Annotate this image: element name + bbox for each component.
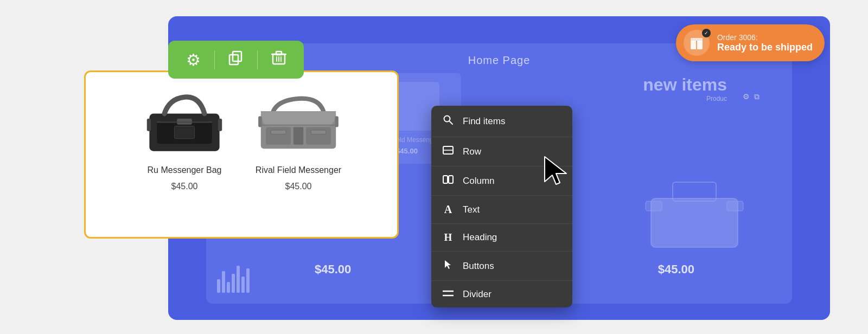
svg-rect-18	[258, 116, 261, 127]
divider-icon	[442, 288, 454, 300]
blue-price-2: $45.00	[658, 262, 694, 277]
svg-rect-33	[449, 176, 453, 183]
row-icon	[442, 145, 454, 158]
new-items-text: new items	[643, 75, 727, 95]
find-items-label: Find items	[463, 116, 505, 127]
blue-copy-icon: ⧉	[754, 92, 760, 101]
svg-rect-19	[335, 116, 338, 127]
product-card-items: Ru Messenger Bag $45.00	[102, 88, 381, 191]
search-icon	[442, 114, 454, 128]
product-item-1: Ru Messenger Bag $45.00	[141, 88, 228, 191]
order-badge-icon: ✓	[684, 30, 710, 56]
svg-rect-0	[651, 198, 738, 247]
toolbar-divider-1	[214, 50, 215, 69]
svg-rect-21	[229, 55, 238, 65]
stats-bars	[217, 266, 250, 293]
dropdown-item-buttons[interactable]: Buttons	[431, 252, 572, 281]
svg-rect-16	[311, 130, 326, 134]
order-check-icon: ✓	[702, 29, 711, 37]
product-image-2	[255, 88, 342, 159]
text-a-icon: A	[442, 203, 454, 216]
dropdown-menu: Find items Row Column A Text H Heading	[431, 106, 572, 307]
order-badge: ✓ Order 3006: Ready to be shipped	[676, 24, 825, 61]
blue-price-1: $45.00	[315, 262, 351, 277]
gear-icon[interactable]: ⚙	[186, 50, 201, 69]
heading-label: Heading	[463, 232, 497, 243]
dropdown-item-divider[interactable]: Divider	[431, 281, 572, 307]
product-item-2: Rival Field Messenger $45.00	[255, 88, 342, 191]
product-card-panel: Ru Messenger Bag $45.00	[84, 70, 399, 239]
home-page-label: Home Page	[468, 54, 531, 67]
svg-rect-14	[293, 127, 303, 144]
svg-rect-8	[218, 119, 222, 131]
dropdown-item-text[interactable]: A Text	[431, 196, 572, 224]
green-toolbar: ⚙	[168, 41, 304, 79]
product-2-name: Rival Field Messenger	[256, 165, 341, 175]
svg-rect-10	[175, 126, 195, 139]
svg-rect-32	[443, 176, 448, 183]
column-icon	[442, 174, 454, 188]
order-badge-subtitle: Ready to be shipped	[717, 42, 813, 53]
buttons-icon	[442, 259, 454, 273]
text-label: Text	[463, 204, 480, 215]
svg-marker-36	[545, 157, 566, 184]
trash-icon[interactable]	[271, 50, 286, 69]
product-2-price: $45.00	[285, 182, 312, 191]
svg-line-29	[449, 121, 452, 124]
svg-rect-12	[266, 127, 291, 144]
svg-rect-3	[727, 201, 743, 211]
copy-icon[interactable]	[228, 50, 244, 69]
svg-rect-7	[147, 119, 151, 131]
produc-label: Produc	[706, 95, 727, 102]
heading-icon: H	[442, 232, 454, 243]
svg-rect-13	[306, 127, 331, 144]
toolbar-divider-2	[257, 50, 258, 69]
product-1-price: $45.00	[171, 182, 198, 191]
product-image-1	[141, 88, 228, 159]
blue-gear-icon: ⚙	[743, 92, 750, 101]
column-label: Column	[463, 176, 495, 187]
buttons-label: Buttons	[463, 261, 494, 272]
faded-bag-icon	[640, 171, 749, 255]
dropdown-item-heading[interactable]: H Heading	[431, 224, 572, 252]
svg-rect-15	[271, 130, 286, 134]
svg-rect-2	[646, 201, 662, 211]
order-badge-text: Order 3006: Ready to be shipped	[717, 33, 813, 53]
product-1-name: Ru Messenger Bag	[148, 165, 222, 175]
divider-label: Divider	[463, 289, 492, 300]
svg-rect-24	[276, 52, 282, 55]
order-badge-title: Order 3006:	[717, 33, 813, 42]
row-label: Row	[463, 146, 481, 157]
dropdown-item-find-items[interactable]: Find items	[431, 106, 572, 137]
blue-panel-icons: ⚙ ⧉	[743, 92, 760, 101]
svg-rect-20	[233, 52, 241, 61]
